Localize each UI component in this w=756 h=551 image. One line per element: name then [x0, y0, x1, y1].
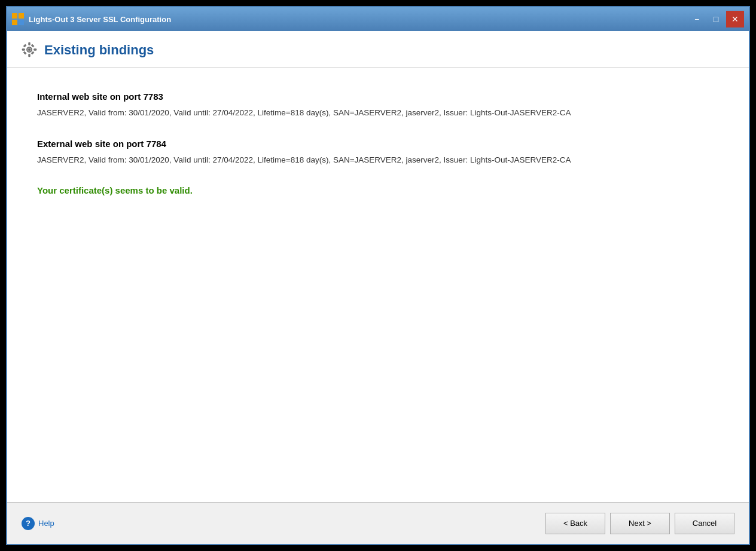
- footer-buttons: < Back Next > Cancel: [545, 513, 734, 534]
- help-link[interactable]: Help: [38, 519, 54, 528]
- svg-rect-3: [19, 20, 24, 25]
- external-binding-section: External web site on port 7784 JASERVER2…: [37, 139, 719, 167]
- window-controls: − □ ✕: [688, 11, 744, 27]
- next-button[interactable]: Next >: [610, 513, 670, 534]
- app-icon: [12, 13, 24, 25]
- maximize-button[interactable]: □: [707, 11, 725, 27]
- status-message: Your certificate(s) seems to be valid.: [37, 185, 719, 195]
- content-area: Internal web site on port 7783 JASERVER2…: [7, 68, 749, 502]
- external-binding-title: External web site on port 7784: [37, 139, 719, 149]
- back-button[interactable]: < Back: [545, 513, 605, 534]
- svg-point-14: [28, 48, 31, 51]
- cancel-button[interactable]: Cancel: [675, 513, 734, 534]
- footer: ? Help < Back Next > Cancel: [7, 502, 749, 544]
- svg-rect-0: [12, 13, 17, 19]
- svg-rect-10: [31, 44, 34, 47]
- svg-rect-5: [29, 42, 31, 45]
- title-bar: Lights-Out 3 Server SSL Configuration − …: [7, 7, 749, 31]
- header-section: Existing bindings: [7, 31, 749, 68]
- svg-rect-6: [29, 54, 31, 57]
- svg-rect-8: [33, 49, 36, 51]
- internal-binding-section: Internal web site on port 7783 JASERVER2…: [37, 91, 719, 120]
- gear-icon: [22, 42, 38, 59]
- help-section: ? Help: [22, 517, 545, 530]
- minimize-button[interactable]: −: [688, 11, 706, 27]
- close-button[interactable]: ✕: [726, 11, 744, 27]
- page-title: Existing bindings: [44, 42, 154, 58]
- external-binding-details: JASERVER2, Valid from: 30/01/2020, Valid…: [37, 154, 719, 167]
- window-title: Lights-Out 3 Server SSL Configuration: [29, 15, 688, 24]
- internal-binding-title: Internal web site on port 7783: [37, 91, 719, 102]
- svg-rect-7: [22, 49, 25, 51]
- svg-rect-1: [19, 13, 24, 19]
- svg-rect-2: [12, 20, 17, 25]
- help-icon: ?: [22, 517, 35, 530]
- main-window: Lights-Out 3 Server SSL Configuration − …: [6, 6, 750, 545]
- svg-rect-12: [31, 51, 34, 54]
- svg-rect-9: [23, 44, 26, 47]
- internal-binding-details: JASERVER2, Valid from: 30/01/2020, Valid…: [37, 106, 719, 120]
- svg-rect-11: [23, 51, 26, 54]
